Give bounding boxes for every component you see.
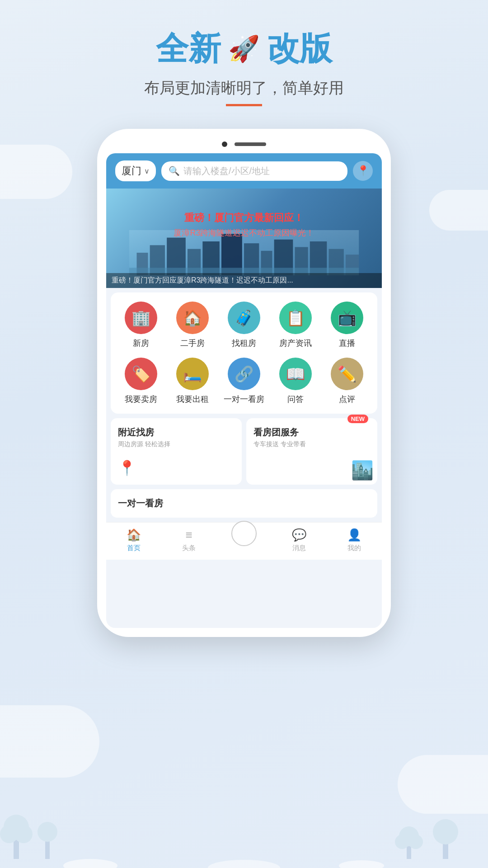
- headline-nav-icon: ≡: [185, 528, 192, 542]
- location-icon: 📍: [357, 165, 369, 177]
- bg-cloud-left-bottom: [0, 705, 99, 778]
- city-selector[interactable]: 厦门 ∨: [115, 160, 156, 181]
- second-hand-label: 二手房: [180, 338, 205, 349]
- banner-footer: 重磅！厦门官方回应厦漳R3跨海隧道！迟迟不动工原因...: [106, 273, 382, 288]
- one-on-one-label: 一对一看房: [224, 394, 264, 405]
- nearby-house-card[interactable]: 附近找房 周边房源 轻松选择 📍: [111, 418, 242, 485]
- menu-item-rental[interactable]: 🧳 找租房: [221, 302, 267, 349]
- qa-label: 问答: [287, 394, 304, 405]
- svg-point-18: [14, 825, 33, 843]
- menu-row-2: 🏷️ 我要卖房 🛏️ 我要出租 🔗 一对一看房: [115, 358, 373, 405]
- rocket-icon: 🚀: [228, 34, 260, 64]
- phone-speaker: [235, 142, 266, 146]
- home-nav-label: 首页: [127, 544, 141, 552]
- menu-item-second-hand[interactable]: 🏠 二手房: [170, 302, 215, 349]
- rent-out-icon: 🛏️: [176, 358, 209, 390]
- sell-label: 我要卖房: [125, 394, 157, 405]
- nav-item-message[interactable]: 💬 消息: [272, 528, 327, 552]
- app-content: 厦门 ∨ 🔍 请输入楼盘/小区/地址 📍: [106, 153, 382, 628]
- home-nav-icon: 🏠: [127, 528, 141, 542]
- svg-rect-15: [14, 832, 19, 859]
- svg-point-17: [0, 825, 18, 843]
- menu-grid-section: 🏢 新房 🏠 二手房 🧳 找租房: [111, 292, 377, 414]
- svg-point-22: [399, 826, 419, 846]
- second-hand-icon: 🏠: [176, 302, 209, 334]
- sell-icon: 🏷️: [125, 358, 157, 390]
- chevron-down-icon: ∨: [144, 167, 150, 175]
- location-map-icon: 📍: [118, 459, 235, 476]
- city-label: 厦门: [122, 164, 141, 178]
- header-underline: [226, 104, 262, 106]
- nav-item-home[interactable]: 🏠 首页: [106, 528, 161, 552]
- rental-label: 找租房: [232, 338, 256, 349]
- headline-nav-label: 头条: [182, 544, 196, 552]
- banner-sub: 厦漳R3跨海隧道迟迟不动工原因曝光！: [106, 227, 382, 238]
- phone-mockup: 厦门 ∨ 🔍 请输入楼盘/小区/地址 📍: [97, 129, 391, 637]
- review-label: 点评: [339, 394, 355, 405]
- phone-camera: [222, 142, 227, 147]
- menu-item-sell[interactable]: 🏷️ 我要卖房: [118, 358, 164, 405]
- menu-item-live[interactable]: 📺 直播: [324, 302, 370, 349]
- live-label: 直播: [339, 338, 355, 349]
- house-tour-sub: 专车接送 专业带看: [253, 440, 370, 448]
- bottom-section-title: 一对一看房: [118, 497, 370, 509]
- nearby-house-sub: 周边房源 轻松选择: [118, 440, 235, 448]
- phone-top-bar: [106, 142, 382, 147]
- svg-point-29: [208, 860, 280, 868]
- rent-out-label: 我要出租: [176, 394, 209, 405]
- title-left: 全新: [156, 27, 221, 71]
- svg-point-20: [38, 822, 57, 842]
- house-tour-title: 看房团服务: [253, 426, 370, 439]
- nav-item-headline[interactable]: ≡ 头条: [161, 528, 216, 552]
- svg-point-23: [395, 835, 409, 849]
- svg-rect-19: [45, 836, 50, 859]
- banner-text-overlay: 重磅！厦门官方最新回应！ 厦漳R3跨海隧道迟迟不动工原因曝光！: [106, 211, 382, 238]
- message-nav-label: 消息: [292, 544, 306, 552]
- menu-item-news[interactable]: 📋 房产资讯: [273, 302, 318, 349]
- news-icon: 📋: [279, 302, 312, 334]
- one-on-one-icon: 🔗: [228, 358, 260, 390]
- banner-area[interactable]: 重磅！厦门官方最新回应！ 厦漳R3跨海隧道迟迟不动工原因曝光！ 重磅！厦门官方回…: [106, 189, 382, 288]
- profile-nav-label: 我的: [347, 544, 361, 552]
- header-section: 全新 🚀 改版 布局更加清晰明了，简单好用: [0, 0, 488, 106]
- nearby-house-title: 附近找房: [118, 426, 235, 439]
- rental-icon: 🧳: [228, 302, 260, 334]
- phone-wrapper: 厦门 ∨ 🔍 请输入楼盘/小区/地址 📍: [0, 129, 488, 637]
- nav-item-profile[interactable]: 👤 我的: [327, 528, 382, 552]
- header-subtitle: 布局更加清晰明了，简单好用: [0, 78, 488, 99]
- profile-nav-icon: 👤: [347, 528, 361, 542]
- search-icon: 🔍: [169, 165, 180, 176]
- app-header: 厦门 ∨ 🔍 请输入楼盘/小区/地址 📍: [106, 153, 382, 189]
- svg-point-28: [339, 860, 384, 868]
- bottom-nav: 🏠 首页 ≡ 头条 💬 消息 👤 我的: [106, 522, 382, 560]
- new-house-icon: 🏢: [125, 302, 157, 334]
- menu-row-1: 🏢 新房 🏠 二手房 🧳 找租房: [115, 302, 373, 349]
- home-button-circle[interactable]: [231, 521, 257, 546]
- location-button[interactable]: 📍: [353, 161, 373, 181]
- new-badge: NEW: [347, 415, 368, 423]
- svg-rect-25: [443, 836, 448, 859]
- svg-rect-21: [407, 841, 411, 859]
- search-bar[interactable]: 🔍 请输入楼盘/小区/地址: [161, 161, 347, 181]
- svg-point-24: [408, 835, 423, 849]
- house-tour-card[interactable]: NEW 看房团服务 专车接送 专业带看 🏙️: [246, 418, 377, 485]
- svg-point-16: [4, 815, 29, 840]
- menu-item-rent-out[interactable]: 🛏️ 我要出租: [170, 358, 215, 405]
- new-house-label: 新房: [133, 338, 149, 349]
- banner-headline: 重磅！厦门官方最新回应！: [106, 211, 382, 225]
- svg-point-27: [63, 859, 117, 868]
- news-label: 房产资讯: [279, 338, 312, 349]
- menu-item-one-on-one[interactable]: 🔗 一对一看房: [221, 358, 267, 405]
- live-icon: 📺: [331, 302, 363, 334]
- search-placeholder-text: 请输入楼盘/小区/地址: [183, 165, 270, 177]
- svg-point-26: [433, 819, 458, 844]
- menu-item-qa[interactable]: 📖 问答: [273, 358, 318, 405]
- bottom-section[interactable]: 一对一看房: [111, 489, 377, 518]
- message-nav-icon: 💬: [292, 528, 306, 542]
- menu-item-review[interactable]: ✏️ 点评: [324, 358, 370, 405]
- title-right: 改版: [267, 27, 332, 71]
- house-tour-image: 🏙️: [351, 460, 374, 481]
- banner-footer-text: 重磅！厦门官方回应厦漳R3跨海隧道！迟迟不动工原因...: [112, 276, 376, 285]
- header-title: 全新 🚀 改版: [0, 27, 488, 71]
- menu-item-new-house[interactable]: 🏢 新房: [118, 302, 164, 349]
